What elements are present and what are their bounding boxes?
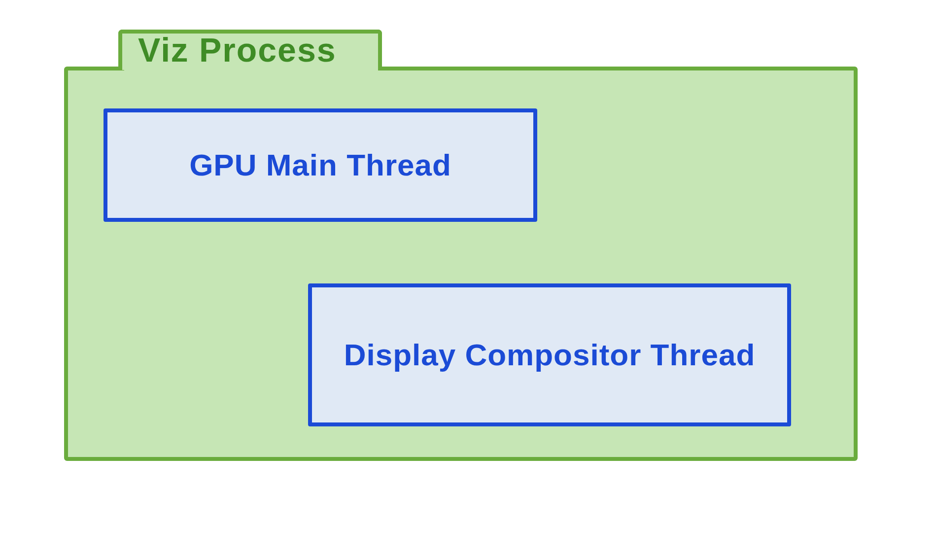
display-compositor-thread-label: Display Compositor Thread [344,337,756,372]
display-compositor-thread-box: Display Compositor Thread [308,283,791,426]
gpu-main-thread-label: GPU Main Thread [189,147,451,182]
diagram-canvas: Viz Process GPU Main Thread Display Comp… [0,0,935,560]
gpu-main-thread-box: GPU Main Thread [104,108,537,222]
viz-process-title: Viz Process [138,31,375,69]
